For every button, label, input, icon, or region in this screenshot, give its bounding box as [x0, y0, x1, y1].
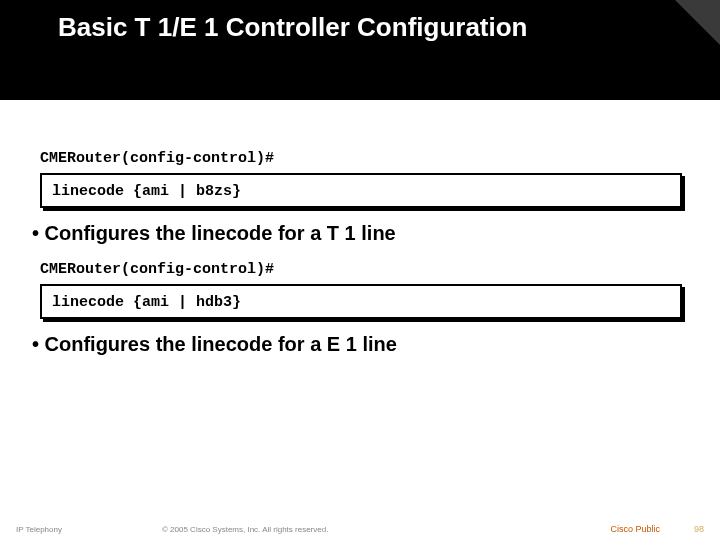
page-title: Basic T 1/E 1 Controller Configuration	[58, 12, 720, 43]
corner-accent	[675, 0, 720, 45]
title-bar: Basic T 1/E 1 Controller Configuration	[0, 0, 720, 100]
bullet-e1: Configures the linecode for a E 1 line	[32, 333, 720, 356]
command-t1: linecode {ami | b8zs}	[52, 183, 241, 200]
command-e1: linecode {ami | hdb3}	[52, 294, 241, 311]
footer: IP Telephony © 2005 Cisco Systems, Inc. …	[0, 518, 720, 540]
bullet-t1: Configures the linecode for a T 1 line	[32, 222, 720, 245]
command-box-e1: linecode {ami | hdb3}	[40, 284, 682, 319]
prompt-t1: CMERouter(config-control)#	[40, 150, 720, 167]
footer-copyright: © 2005 Cisco Systems, Inc. All rights re…	[162, 525, 328, 534]
command-box-t1: linecode {ami | b8zs}	[40, 173, 682, 208]
content-area: CMERouter(config-control)# linecode {ami…	[0, 100, 720, 356]
footer-page-number: 98	[694, 524, 704, 534]
footer-right: Cisco Public	[610, 524, 660, 534]
prompt-e1: CMERouter(config-control)#	[40, 261, 720, 278]
footer-left: IP Telephony	[16, 525, 62, 534]
